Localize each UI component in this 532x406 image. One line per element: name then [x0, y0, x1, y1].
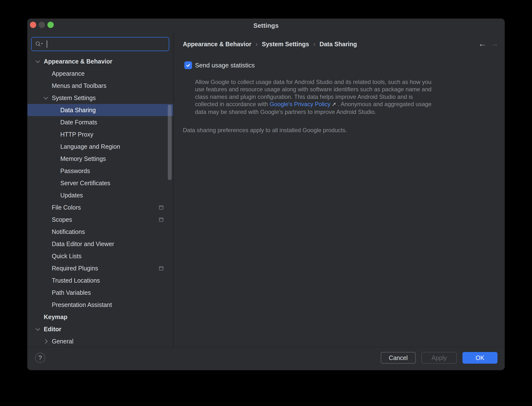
sidebar-item-language-and-region[interactable]: Language and Region	[27, 140, 173, 153]
sidebar-item-label: Data Sharing	[60, 107, 96, 114]
checkbox-label: Send usage statistics	[195, 62, 255, 69]
sidebar-item-general[interactable]: General	[27, 335, 173, 347]
sidebar-item-keymap[interactable]: Keymap	[27, 311, 173, 323]
breadcrumb-item-appearance-behavior[interactable]: Appearance & Behavior	[183, 41, 251, 48]
breadcrumb-separator: ›	[313, 40, 315, 48]
sidebar-item-appearance-behavior[interactable]: Appearance & Behavior	[27, 55, 173, 67]
sidebar-item-label: Editor	[44, 326, 61, 333]
sidebar-item-label: Menus and Toolbars	[52, 82, 106, 89]
sidebar-item-label: Trusted Locations	[52, 277, 100, 284]
sidebar-item-label: Notifications	[52, 228, 85, 235]
window-title: Settings	[253, 22, 279, 29]
help-button[interactable]: ?	[35, 353, 45, 363]
sidebar-item-label: Data Editor and Viewer	[52, 240, 114, 248]
breadcrumb: Appearance & Behavior›System Settings›Da…	[183, 40, 357, 48]
sidebar-item-label: Scopes	[52, 216, 72, 223]
applied-settings-icon	[159, 266, 163, 270]
help-label: ?	[38, 354, 42, 362]
sidebar-item-server-certificates[interactable]: Server Certificates	[27, 177, 173, 189]
sidebar-item-passwords[interactable]: Passwords	[27, 165, 173, 177]
sidebar-item-label: Keymap	[44, 314, 67, 321]
chevron-down-icon[interactable]	[35, 60, 40, 62]
sidebar-item-label: Date Formats	[60, 119, 97, 126]
sidebar-item-label: HTTP Proxy	[60, 131, 93, 138]
sidebar-item-date-formats[interactable]: Date Formats	[27, 116, 173, 128]
applied-settings-icon	[159, 205, 163, 210]
sidebar-item-file-colors[interactable]: File Colors	[27, 201, 173, 213]
sidebar-item-label: File Colors	[52, 204, 81, 211]
sidebar-item-label: Appearance & Behavior	[44, 58, 112, 65]
checkmark-icon	[186, 63, 191, 68]
privacy-policy-link[interactable]: Google's Privacy Policy	[270, 101, 330, 107]
forward-arrow-icon: →	[490, 39, 498, 48]
sidebar-item-data-sharing[interactable]: Data Sharing	[27, 104, 173, 116]
settings-search-input[interactable]	[49, 41, 169, 48]
chevron-down-icon[interactable]	[35, 328, 40, 330]
sidebar-item-trusted-locations[interactable]: Trusted Locations	[27, 274, 173, 286]
sidebar-item-label: Path Variables	[52, 289, 91, 296]
title-bar: Settings	[27, 19, 505, 33]
sidebar-item-label: Memory Settings	[60, 155, 106, 162]
chevron-right-icon[interactable]	[43, 340, 48, 343]
sidebar-item-memory-settings[interactable]: Memory Settings	[27, 153, 173, 165]
close-button[interactable]	[30, 22, 36, 28]
sidebar-item-notifications[interactable]: Notifications	[27, 226, 173, 238]
sidebar-item-label: Required Plugins	[52, 265, 98, 272]
sidebar-item-label: Language and Region	[60, 143, 120, 150]
sidebar-item-label: Updates	[60, 192, 83, 199]
send-usage-statistics-row: Send usage statistics	[184, 61, 255, 69]
sidebar-item-http-proxy[interactable]: HTTP Proxy	[27, 128, 173, 140]
applied-settings-icon	[159, 218, 163, 222]
chevron-down-icon[interactable]	[43, 97, 48, 99]
sidebar-item-quick-lists[interactable]: Quick Lists	[27, 250, 173, 262]
sidebar-scrollbar[interactable]	[168, 105, 172, 180]
breadcrumb-separator: ›	[256, 40, 258, 48]
sidebar-item-scopes[interactable]: Scopes	[27, 213, 173, 226]
sidebar-item-label: General	[52, 338, 73, 345]
sidebar-item-path-variables[interactable]: Path Variables	[27, 286, 173, 299]
sidebar-item-label: System Settings	[52, 94, 96, 102]
search-icon[interactable]	[35, 41, 43, 47]
breadcrumb-item-data-sharing[interactable]: Data Sharing	[319, 41, 357, 48]
sidebar-item-updates[interactable]: Updates	[27, 189, 173, 201]
settings-tree: Appearance & BehaviorAppearanceMenus and…	[27, 55, 173, 347]
sidebar-item-presentation-assistant[interactable]: Presentation Assistant	[27, 299, 173, 311]
settings-window: Settings Appearance & BehaviorAppearance…	[27, 19, 505, 370]
sidebar-item-appearance[interactable]: Appearance	[27, 67, 173, 80]
text-cursor	[47, 40, 47, 48]
sidebar-item-label: Quick Lists	[52, 253, 81, 260]
search-field[interactable]	[31, 37, 169, 51]
sidebar-item-label: Appearance	[52, 70, 85, 77]
sidebar-item-label: Server Certificates	[60, 180, 110, 187]
sidebar-item-editor[interactable]: Editor	[27, 323, 173, 335]
minimize-button[interactable]	[39, 22, 45, 28]
sidebar-divider	[173, 33, 174, 347]
apply-button: Apply	[421, 352, 457, 364]
sidebar-item-required-plugins[interactable]: Required Plugins	[27, 262, 173, 274]
zoom-button[interactable]	[47, 22, 54, 28]
sidebar-item-system-settings[interactable]: System Settings	[27, 92, 173, 104]
back-arrow-icon[interactable]: ←	[478, 39, 487, 48]
sidebar-item-label: Presentation Assistant	[52, 301, 112, 308]
data-sharing-note: Data sharing preferences apply to all in…	[183, 127, 347, 134]
sidebar-item-menus-and-toolbars[interactable]: Menus and Toolbars	[27, 80, 173, 92]
send-usage-statistics-checkbox[interactable]	[184, 61, 192, 69]
sidebar-item-label: Passwords	[60, 167, 90, 175]
ok-button[interactable]: OK	[462, 352, 497, 364]
breadcrumb-item-system-settings[interactable]: System Settings	[262, 41, 309, 48]
usage-description: Allow Google to collect usage data for A…	[195, 78, 436, 116]
cancel-button[interactable]: Cancel	[381, 352, 416, 364]
sidebar-item-data-editor-and-viewer[interactable]: Data Editor and Viewer	[27, 238, 173, 250]
external-link-icon: ↗	[330, 101, 336, 107]
